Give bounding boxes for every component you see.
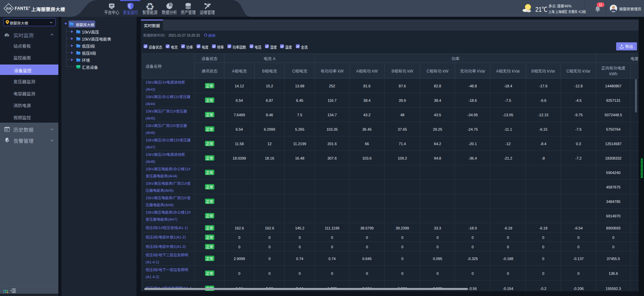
svg-text:风特: 风特 [6,6,12,10]
